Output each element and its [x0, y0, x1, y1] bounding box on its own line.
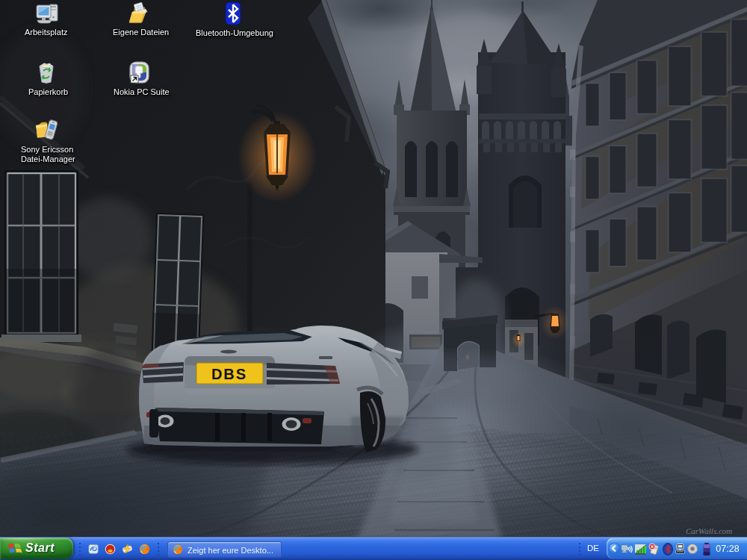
- svg-text:DBS: DBS: [211, 366, 247, 382]
- svg-text:CarWalls.com: CarWalls.com: [686, 526, 732, 535]
